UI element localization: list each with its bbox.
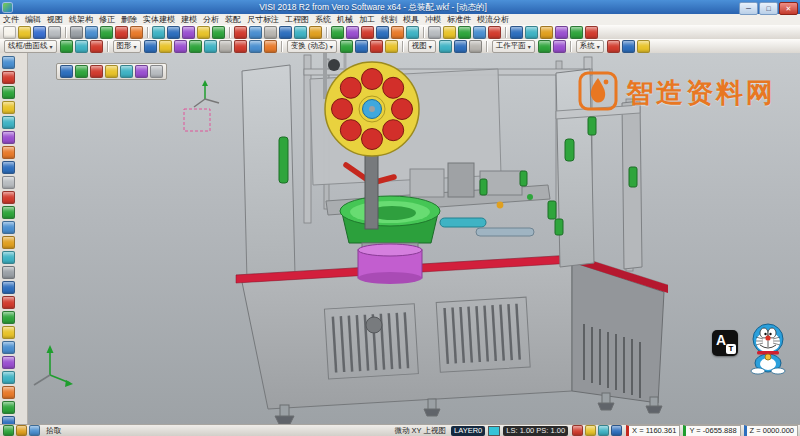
- toolbar-icon[interactable]: [234, 26, 247, 39]
- menu-item[interactable]: 分析: [200, 14, 222, 25]
- menu-item[interactable]: 模具: [400, 14, 422, 25]
- toolbar-icon[interactable]: [2, 251, 15, 264]
- toolbar-icon[interactable]: [204, 40, 217, 53]
- toolbar-icon[interactable]: [70, 26, 83, 39]
- menu-item[interactable]: 视图: [44, 14, 66, 25]
- toolbar-icon[interactable]: [150, 65, 163, 78]
- maximize-button[interactable]: □: [759, 2, 778, 15]
- toolbar-icon[interactable]: [2, 161, 15, 174]
- toolbar-icon[interactable]: [370, 40, 383, 53]
- toolbar-icon[interactable]: [376, 26, 389, 39]
- toolbar-icon[interactable]: [570, 26, 583, 39]
- toolbar-icon[interactable]: [3, 425, 14, 436]
- toolbar-icon[interactable]: [264, 40, 277, 53]
- toolbar-icon[interactable]: [60, 40, 73, 53]
- toolbar-icon[interactable]: [2, 236, 15, 249]
- toolbar-icon[interactable]: [331, 26, 344, 39]
- snap-indicator[interactable]: 微动 XY 上视图: [393, 426, 449, 436]
- toolbar-icon[interactable]: [454, 40, 467, 53]
- toolbar-icon[interactable]: [540, 26, 553, 39]
- toolbar-icon[interactable]: [294, 26, 307, 39]
- menu-item[interactable]: 标准件: [444, 14, 474, 25]
- toolbar-icon[interactable]: [458, 26, 471, 39]
- toolbar-icon[interactable]: [473, 26, 486, 39]
- menu-item[interactable]: 冲模: [422, 14, 444, 25]
- toolbar-icon[interactable]: [2, 266, 15, 279]
- toolbar-icon[interactable]: [279, 26, 292, 39]
- toolbar-icon[interactable]: [2, 296, 15, 309]
- toolbar-icon[interactable]: [525, 26, 538, 39]
- toolbar-icon[interactable]: [2, 221, 15, 234]
- toolbar-icon[interactable]: [361, 26, 374, 39]
- toolbar-icon[interactable]: [585, 26, 598, 39]
- menu-item[interactable]: 建模: [178, 14, 200, 25]
- toolbar-icon[interactable]: [90, 65, 103, 78]
- toolbar-icon[interactable]: [538, 40, 551, 53]
- toolbar-icon[interactable]: [29, 425, 40, 436]
- layer-color-swatch[interactable]: [488, 426, 500, 436]
- menu-item[interactable]: 删除: [118, 14, 140, 25]
- menu-item[interactable]: 线割: [378, 14, 400, 25]
- menu-item[interactable]: 加工: [356, 14, 378, 25]
- toolbar-icon[interactable]: [212, 26, 225, 39]
- toolbar-icon[interactable]: [135, 65, 148, 78]
- toolbar-icon[interactable]: [469, 40, 482, 53]
- toolbar-icon[interactable]: [488, 26, 501, 39]
- toolbar-icon[interactable]: [16, 425, 27, 436]
- toolbar-icon[interactable]: [197, 26, 210, 39]
- toolbar-icon[interactable]: [182, 26, 195, 39]
- toolbar-icon[interactable]: [144, 40, 157, 53]
- menu-item[interactable]: 工程图: [282, 14, 312, 25]
- toolbar-icon[interactable]: [75, 65, 88, 78]
- toolbar-icon[interactable]: [264, 26, 277, 39]
- toolbar-icon[interactable]: [346, 26, 359, 39]
- menu-item[interactable]: 线架构: [66, 14, 96, 25]
- toolbar-icon[interactable]: [2, 131, 15, 144]
- menu-item[interactable]: 尺寸标注: [244, 14, 282, 25]
- toolbar-icon[interactable]: [130, 26, 143, 39]
- toolbar-icon[interactable]: [33, 26, 46, 39]
- toolbar-icon[interactable]: [2, 326, 15, 339]
- toolbar-icon[interactable]: [553, 40, 566, 53]
- toolbar-icon[interactable]: [637, 40, 650, 53]
- toolbar-icon[interactable]: [2, 101, 15, 114]
- toolbar-icon[interactable]: [249, 26, 262, 39]
- toolbar-icon[interactable]: [572, 425, 583, 436]
- toolbar-icon[interactable]: [607, 40, 620, 53]
- toolbar-icon[interactable]: [100, 26, 113, 39]
- toolbar-icon[interactable]: [406, 26, 419, 39]
- viewport-3d[interactable]: 智造资料网 A T: [28, 53, 800, 424]
- toolbar-icon[interactable]: [355, 40, 368, 53]
- toolbar-icon[interactable]: [2, 356, 15, 369]
- toolbar-icon[interactable]: [249, 40, 262, 53]
- toolbar-icon[interactable]: [340, 40, 353, 53]
- menu-item[interactable]: 文件: [0, 14, 22, 25]
- toolbar-icon[interactable]: [2, 281, 15, 294]
- toolbar-icon[interactable]: [2, 206, 15, 219]
- toolbar-icon[interactable]: [174, 40, 187, 53]
- menu-item[interactable]: 机械: [334, 14, 356, 25]
- minimize-button[interactable]: ─: [739, 2, 758, 15]
- menu-item[interactable]: 实体建模: [140, 14, 178, 25]
- toolbar-icon[interactable]: [555, 26, 568, 39]
- toolbar-icon[interactable]: [152, 26, 165, 39]
- menu-item[interactable]: 系统: [312, 14, 334, 25]
- toolbar-dropdown[interactable]: 系统▾: [576, 40, 604, 53]
- toolbar-icon[interactable]: [510, 26, 523, 39]
- toolbar-icon[interactable]: [159, 40, 172, 53]
- toolbar-icon[interactable]: [120, 65, 133, 78]
- menu-item[interactable]: 修正: [96, 14, 118, 25]
- toolbar-icon[interactable]: [2, 71, 15, 84]
- toolbar-icon[interactable]: [443, 26, 456, 39]
- toolbar-dropdown[interactable]: 视图▾: [408, 40, 436, 53]
- toolbar-icon[interactable]: [585, 425, 596, 436]
- close-button[interactable]: ✕: [779, 2, 798, 15]
- toolbar-icon[interactable]: [18, 26, 31, 39]
- toolbar-icon[interactable]: [2, 191, 15, 204]
- toolbar-icon[interactable]: [391, 26, 404, 39]
- toolbar-icon[interactable]: [598, 425, 609, 436]
- toolbar-icon[interactable]: [2, 371, 15, 384]
- toolbar-icon[interactable]: [60, 65, 73, 78]
- toolbar-icon[interactable]: [2, 341, 15, 354]
- toolbar-icon[interactable]: [2, 116, 15, 129]
